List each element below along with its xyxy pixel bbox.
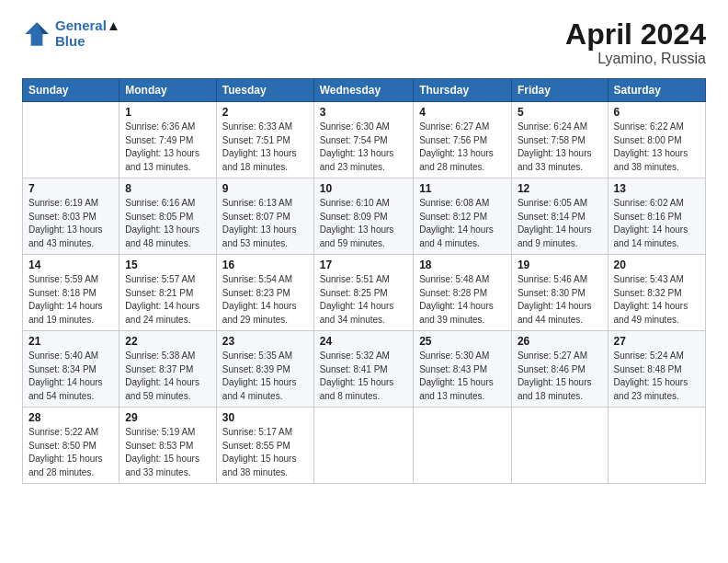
calendar-cell: 15Sunrise: 5:57 AM Sunset: 8:21 PM Dayli… <box>119 255 217 331</box>
day-number: 25 <box>419 335 506 348</box>
day-number: 27 <box>614 335 700 348</box>
day-info: Sunrise: 6:16 AM Sunset: 8:05 PM Dayligh… <box>125 197 210 250</box>
calendar-cell <box>414 408 512 484</box>
calendar-col-friday: Friday <box>511 79 608 102</box>
day-number: 17 <box>320 259 407 271</box>
calendar-cell: 25Sunrise: 5:30 AM Sunset: 8:43 PM Dayli… <box>414 331 512 408</box>
title-block: April 2024 Lyamino, Russia <box>565 18 706 67</box>
day-number: 10 <box>320 182 407 195</box>
day-number: 18 <box>419 259 506 271</box>
day-info: Sunrise: 6:27 AM Sunset: 7:56 PM Dayligh… <box>419 121 506 174</box>
calendar-cell: 20Sunrise: 5:43 AM Sunset: 8:32 PM Dayli… <box>608 255 705 331</box>
calendar-cell <box>23 102 119 178</box>
logo-text: General▲ Blue <box>55 18 120 49</box>
day-info: Sunrise: 5:59 AM Sunset: 8:18 PM Dayligh… <box>28 273 113 327</box>
day-number: 6 <box>614 106 700 119</box>
calendar-cell: 12Sunrise: 6:05 AM Sunset: 8:14 PM Dayli… <box>511 178 608 255</box>
day-number: 26 <box>518 335 602 348</box>
day-number: 13 <box>614 182 700 195</box>
day-info: Sunrise: 6:36 AM Sunset: 7:49 PM Dayligh… <box>125 121 210 174</box>
logo: General▲ Blue <box>22 18 120 49</box>
calendar-cell <box>608 408 705 484</box>
page: General▲ Blue April 2024 Lyamino, Russia… <box>0 0 728 563</box>
day-info: Sunrise: 6:22 AM Sunset: 8:00 PM Dayligh… <box>614 121 700 174</box>
calendar-cell: 28Sunrise: 5:22 AM Sunset: 8:50 PM Dayli… <box>23 408 119 484</box>
calendar-table: SundayMondayTuesdayWednesdayThursdayFrid… <box>22 78 706 484</box>
day-info: Sunrise: 5:27 AM Sunset: 8:46 PM Dayligh… <box>518 350 602 403</box>
day-info: Sunrise: 6:10 AM Sunset: 8:09 PM Dayligh… <box>320 197 407 250</box>
day-number: 3 <box>320 106 407 119</box>
subtitle: Lyamino, Russia <box>565 51 706 67</box>
calendar-cell: 14Sunrise: 5:59 AM Sunset: 8:18 PM Dayli… <box>23 255 119 331</box>
day-number: 21 <box>28 335 113 348</box>
day-info: Sunrise: 6:33 AM Sunset: 7:51 PM Dayligh… <box>222 121 308 174</box>
day-number: 22 <box>125 335 210 348</box>
calendar-week-1: 1Sunrise: 6:36 AM Sunset: 7:49 PM Daylig… <box>23 102 706 178</box>
day-info: Sunrise: 6:02 AM Sunset: 8:16 PM Dayligh… <box>614 197 700 250</box>
day-info: Sunrise: 5:54 AM Sunset: 8:23 PM Dayligh… <box>222 273 308 327</box>
calendar-cell: 18Sunrise: 5:48 AM Sunset: 8:28 PM Dayli… <box>414 255 512 331</box>
day-number: 11 <box>419 182 506 195</box>
day-info: Sunrise: 5:57 AM Sunset: 8:21 PM Dayligh… <box>125 273 210 327</box>
calendar-header-row: SundayMondayTuesdayWednesdayThursdayFrid… <box>23 79 706 102</box>
calendar-cell: 16Sunrise: 5:54 AM Sunset: 8:23 PM Dayli… <box>216 255 313 331</box>
day-number: 12 <box>518 182 602 195</box>
calendar-col-wednesday: Wednesday <box>313 79 413 102</box>
calendar-col-monday: Monday <box>119 79 217 102</box>
calendar-cell: 1Sunrise: 6:36 AM Sunset: 7:49 PM Daylig… <box>119 102 217 178</box>
day-info: Sunrise: 5:43 AM Sunset: 8:32 PM Dayligh… <box>614 273 700 327</box>
calendar-cell: 26Sunrise: 5:27 AM Sunset: 8:46 PM Dayli… <box>511 331 608 408</box>
logo-line1: General <box>55 17 107 33</box>
logo-line2: Blue <box>55 34 120 50</box>
calendar-cell: 4Sunrise: 6:27 AM Sunset: 7:56 PM Daylig… <box>414 102 512 178</box>
day-number: 28 <box>28 411 113 424</box>
day-number: 24 <box>320 335 407 348</box>
calendar-col-thursday: Thursday <box>414 79 512 102</box>
calendar-cell: 13Sunrise: 6:02 AM Sunset: 8:16 PM Dayli… <box>608 178 705 255</box>
calendar-cell: 17Sunrise: 5:51 AM Sunset: 8:25 PM Dayli… <box>313 255 413 331</box>
calendar-cell: 10Sunrise: 6:10 AM Sunset: 8:09 PM Dayli… <box>313 178 413 255</box>
day-info: Sunrise: 5:38 AM Sunset: 8:37 PM Dayligh… <box>125 350 210 403</box>
calendar-cell: 2Sunrise: 6:33 AM Sunset: 7:51 PM Daylig… <box>216 102 313 178</box>
day-number: 20 <box>614 259 700 271</box>
calendar-col-sunday: Sunday <box>23 79 119 102</box>
calendar-week-5: 28Sunrise: 5:22 AM Sunset: 8:50 PM Dayli… <box>23 408 706 484</box>
main-title: April 2024 <box>565 18 706 51</box>
calendar-cell: 3Sunrise: 6:30 AM Sunset: 7:54 PM Daylig… <box>313 102 413 178</box>
day-number: 15 <box>125 259 210 271</box>
day-number: 19 <box>518 259 602 271</box>
header: General▲ Blue April 2024 Lyamino, Russia <box>22 18 706 67</box>
calendar-cell: 5Sunrise: 6:24 AM Sunset: 7:58 PM Daylig… <box>511 102 608 178</box>
calendar-cell: 6Sunrise: 6:22 AM Sunset: 8:00 PM Daylig… <box>608 102 705 178</box>
calendar-cell: 24Sunrise: 5:32 AM Sunset: 8:41 PM Dayli… <box>313 331 413 408</box>
day-number: 2 <box>222 106 308 119</box>
calendar-cell: 22Sunrise: 5:38 AM Sunset: 8:37 PM Dayli… <box>119 331 217 408</box>
day-info: Sunrise: 5:35 AM Sunset: 8:39 PM Dayligh… <box>222 350 308 403</box>
day-info: Sunrise: 5:40 AM Sunset: 8:34 PM Dayligh… <box>28 350 113 403</box>
calendar-cell: 11Sunrise: 6:08 AM Sunset: 8:12 PM Dayli… <box>414 178 512 255</box>
calendar-cell: 21Sunrise: 5:40 AM Sunset: 8:34 PM Dayli… <box>23 331 119 408</box>
day-info: Sunrise: 5:30 AM Sunset: 8:43 PM Dayligh… <box>419 350 506 403</box>
day-info: Sunrise: 5:22 AM Sunset: 8:50 PM Dayligh… <box>28 426 113 479</box>
calendar-week-2: 7Sunrise: 6:19 AM Sunset: 8:03 PM Daylig… <box>23 178 706 255</box>
day-info: Sunrise: 5:19 AM Sunset: 8:53 PM Dayligh… <box>125 426 210 479</box>
calendar-cell: 8Sunrise: 6:16 AM Sunset: 8:05 PM Daylig… <box>119 178 217 255</box>
calendar-col-saturday: Saturday <box>608 79 705 102</box>
day-info: Sunrise: 6:05 AM Sunset: 8:14 PM Dayligh… <box>518 197 602 250</box>
day-number: 29 <box>125 411 210 424</box>
day-info: Sunrise: 5:46 AM Sunset: 8:30 PM Dayligh… <box>518 273 602 327</box>
calendar-cell: 29Sunrise: 5:19 AM Sunset: 8:53 PM Dayli… <box>119 408 217 484</box>
day-number: 16 <box>222 259 308 271</box>
calendar-week-3: 14Sunrise: 5:59 AM Sunset: 8:18 PM Dayli… <box>23 255 706 331</box>
calendar-cell: 23Sunrise: 5:35 AM Sunset: 8:39 PM Dayli… <box>216 331 313 408</box>
day-number: 30 <box>222 411 308 424</box>
calendar-col-tuesday: Tuesday <box>216 79 313 102</box>
calendar-cell: 7Sunrise: 6:19 AM Sunset: 8:03 PM Daylig… <box>23 178 119 255</box>
day-number: 8 <box>125 182 210 195</box>
logo-icon <box>22 19 51 49</box>
day-number: 4 <box>419 106 506 119</box>
calendar-cell <box>313 408 413 484</box>
calendar-cell: 30Sunrise: 5:17 AM Sunset: 8:55 PM Dayli… <box>216 408 313 484</box>
day-info: Sunrise: 6:08 AM Sunset: 8:12 PM Dayligh… <box>419 197 506 250</box>
day-number: 9 <box>222 182 308 195</box>
